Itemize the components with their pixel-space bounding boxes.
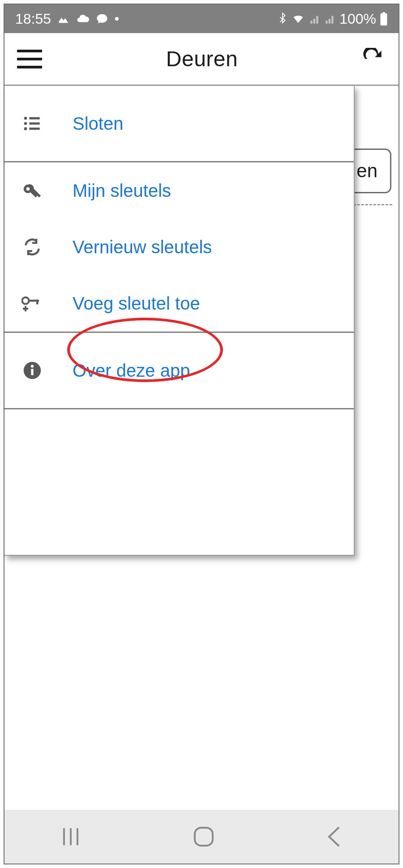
svg-rect-5 bbox=[29, 117, 39, 119]
status-left: 18:55 bbox=[15, 11, 119, 27]
drawer-item-label: Sloten bbox=[73, 114, 123, 134]
drawer-item-add-key[interactable]: Voeg sleutel toe bbox=[4, 275, 354, 332]
status-right: 100% bbox=[278, 11, 388, 27]
nav-home-button[interactable] bbox=[191, 824, 216, 849]
page-title: Deuren bbox=[42, 47, 362, 71]
svg-point-6 bbox=[24, 122, 27, 125]
svg-rect-9 bbox=[29, 128, 39, 130]
nav-recents-button[interactable] bbox=[59, 825, 83, 849]
chat-icon bbox=[96, 13, 108, 25]
key-plus-icon bbox=[18, 294, 47, 313]
android-nav-bar bbox=[4, 810, 399, 864]
signal-1-icon bbox=[309, 13, 321, 25]
cloud-icon bbox=[76, 12, 90, 26]
nav-back-button[interactable] bbox=[325, 825, 344, 849]
svg-point-0 bbox=[115, 17, 119, 21]
menu-button[interactable] bbox=[17, 49, 42, 69]
wifi-icon bbox=[291, 13, 305, 25]
sync-icon bbox=[18, 237, 47, 257]
key-icon bbox=[18, 180, 47, 201]
battery-percent: 100% bbox=[339, 11, 376, 27]
drawer-section-keys: Mijn sleutels Vernieuw sleutels Voeg sle… bbox=[4, 162, 354, 333]
svg-rect-7 bbox=[29, 123, 39, 125]
svg-point-4 bbox=[24, 117, 27, 120]
svg-rect-19 bbox=[195, 828, 213, 846]
drawer-item-label: Mijn sleutels bbox=[73, 181, 171, 201]
refresh-button[interactable] bbox=[362, 48, 384, 70]
drawer-section-about: Over deze app bbox=[4, 333, 354, 409]
svg-rect-14 bbox=[31, 369, 33, 375]
activity-icon bbox=[57, 13, 70, 25]
svg-rect-12 bbox=[36, 300, 39, 305]
bluetooth-icon bbox=[278, 13, 287, 25]
drawer-item-label: Over deze app bbox=[73, 361, 190, 381]
svg-point-10 bbox=[22, 298, 29, 304]
background-button-label: en bbox=[356, 160, 377, 182]
battery-icon bbox=[380, 12, 388, 26]
svg-point-8 bbox=[24, 127, 27, 130]
drawer-item-my-keys[interactable]: Mijn sleutels bbox=[4, 162, 354, 219]
svg-point-15 bbox=[31, 365, 34, 367]
page-body: en Sloten Mijn sleutels bbox=[4, 86, 399, 810]
dot-icon bbox=[115, 17, 119, 21]
drawer-section-locks: Sloten bbox=[4, 86, 354, 162]
navigation-drawer: Sloten Mijn sleutels Vernieuw sleutels bbox=[4, 86, 355, 556]
signal-2-icon bbox=[324, 13, 336, 25]
drawer-item-label: Voeg sleutel toe bbox=[73, 294, 200, 314]
drawer-item-locks[interactable]: Sloten bbox=[4, 86, 354, 161]
drawer-item-refresh-keys[interactable]: Vernieuw sleutels bbox=[4, 219, 354, 275]
info-icon bbox=[18, 361, 47, 380]
status-clock: 18:55 bbox=[15, 11, 51, 27]
list-icon bbox=[18, 115, 47, 132]
drawer-item-about[interactable]: Over deze app bbox=[4, 333, 354, 408]
app-header: Deuren bbox=[4, 33, 399, 86]
android-status-bar: 18:55 bbox=[4, 4, 399, 33]
drawer-item-label: Vernieuw sleutels bbox=[73, 237, 212, 257]
device-frame: 18:55 bbox=[4, 4, 399, 864]
